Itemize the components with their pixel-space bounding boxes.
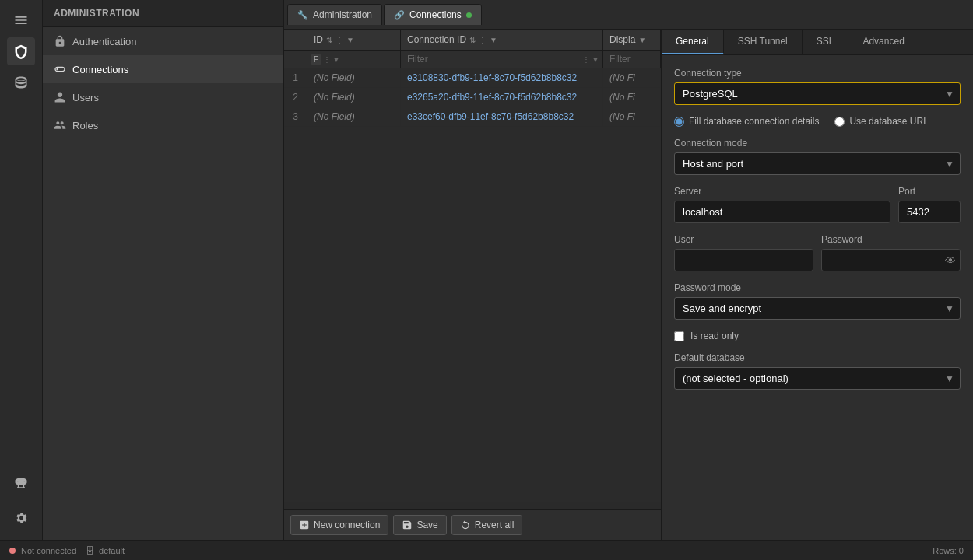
td-rownum-1: 1 [284, 68, 307, 87]
user-input[interactable] [674, 249, 813, 271]
sidebar-item-connections-label: Connections [72, 64, 128, 75]
panel-content: Connection type PostgreSQL MySQL SQLite … [662, 55, 973, 402]
revert-icon [460, 520, 471, 530]
table-row[interactable]: 2 (No Field) e3265a20-dfb9-11ef-8c70-f5d… [284, 88, 661, 107]
panel-tab-ssh[interactable]: SSH Tunnel [724, 30, 803, 54]
form-group-password-mode: Password mode Save and encrypt Ask every… [674, 282, 961, 320]
revert-all-button[interactable]: Revert all [451, 515, 523, 535]
new-connection-button[interactable]: New connection [290, 515, 388, 535]
port-input[interactable] [898, 201, 961, 223]
td-connid-1: e3108830-dfb9-11ef-8c70-f5d62b8b8c32 [401, 68, 603, 87]
password-mode-wrapper: Save and encrypt Ask every time Do not s… [674, 297, 961, 320]
password-input[interactable] [821, 249, 961, 271]
td-id-2: (No Field) [307, 88, 401, 107]
filter-icon-conn2[interactable]: ⋮ [582, 55, 590, 64]
radio-group-fill: Fill database connection details Use dat… [674, 116, 961, 127]
table-scrollbar[interactable] [284, 502, 661, 509]
database-monitor-icon[interactable] [7, 470, 35, 498]
tab-administration-label: Administration [313, 9, 372, 20]
filter-icon-id2[interactable]: ⋮ [323, 55, 331, 64]
connection-mode-label: Connection mode [674, 138, 961, 149]
radio-url-label: Use database URL [849, 116, 928, 127]
th-display: Displa ▼ [603, 30, 661, 50]
td-rownum-2: 2 [284, 88, 307, 107]
shield-icon[interactable] [7, 37, 35, 65]
sidebar-item-authentication[interactable]: Authentication [43, 27, 283, 55]
nav-sidebar-header: ADMINISTRATION [43, 0, 283, 27]
connections-tab-icon: 🔗 [394, 10, 405, 20]
menu-icon[interactable] [7, 6, 35, 34]
form-group-user: User [674, 234, 813, 271]
filter-toggle-id[interactable]: ▼ [346, 36, 354, 44]
save-button[interactable]: Save [393, 515, 446, 535]
password-mode-select[interactable]: Save and encrypt Ask every time Do not s… [674, 297, 961, 320]
app-container: ADMINISTRATION Authentication Connection… [0, 0, 973, 540]
connection-type-select[interactable]: PostgreSQL MySQL SQLite Oracle MSSQL [674, 82, 961, 105]
filter-icon-conn[interactable]: ⋮ [479, 36, 486, 44]
filter-toggle-display[interactable]: ▼ [638, 36, 646, 44]
toggle-password-button[interactable]: 👁 [945, 254, 956, 267]
td-id-1: (No Field) [307, 68, 401, 87]
filter-cell-rownum [284, 51, 307, 68]
th-connection-id: Connection ID ⇅ ⋮ ▼ [401, 30, 603, 50]
readonly-checkbox[interactable] [674, 331, 684, 341]
not-connected-label: Not connected [21, 546, 76, 555]
checkbox-group-readonly: Is read only [674, 331, 961, 341]
connection-mode-select[interactable]: Host and port Socket [674, 152, 961, 175]
status-dot [9, 548, 16, 554]
panel-tabs: General SSH Tunnel SSL Advanced [662, 30, 973, 55]
server-input[interactable] [674, 201, 890, 223]
td-rownum-3: 3 [284, 107, 307, 126]
th-id-label: ID [314, 34, 323, 45]
td-display-3: (No Fi [603, 107, 661, 126]
server-label: Server [674, 186, 890, 197]
filter-cell-conn: ⋮ ▼ [401, 51, 603, 68]
default-database-wrapper: (not selected - optional) ▼ [674, 367, 961, 390]
filter-btn-id[interactable]: F [311, 54, 321, 65]
sidebar-item-roles[interactable]: Roles [43, 111, 283, 139]
readonly-label[interactable]: Is read only [690, 331, 739, 341]
revert-all-label: Revert all [475, 520, 515, 530]
content-split: ID ⇅ ⋮ ▼ Connection ID ⇅ ⋮ ▼ Displa ▼ [284, 30, 973, 540]
sort-icon-conn[interactable]: ⇅ [469, 36, 476, 44]
save-label: Save [416, 520, 437, 530]
new-connection-label: New connection [314, 520, 380, 530]
filter-toggle-conn2[interactable]: ▼ [592, 55, 599, 64]
tab-connections[interactable]: 🔗 Connections [384, 4, 482, 25]
panel-tab-general[interactable]: General [662, 30, 724, 54]
password-wrapper: 👁 [821, 249, 961, 271]
radio-fill-label: Fill database connection details [689, 116, 819, 127]
table-row[interactable]: 1 (No Field) e3108830-dfb9-11ef-8c70-f5d… [284, 68, 661, 88]
icon-sidebar-top [7, 6, 35, 467]
filter-toggle-id2[interactable]: ▼ [332, 55, 340, 64]
panel-tab-ssl[interactable]: SSL [803, 30, 849, 54]
table-row[interactable]: 3 (No Field) e33cef60-dfb9-11ef-8c70-f5d… [284, 107, 661, 127]
sidebar-item-roles-label: Roles [72, 120, 98, 131]
database-icon[interactable] [7, 68, 35, 96]
sidebar-item-connections[interactable]: Connections [43, 55, 283, 83]
form-group-default-db: Default database (not selected - optiona… [674, 352, 961, 390]
filter-toggle-conn[interactable]: ▼ [490, 36, 497, 44]
rows-count: Rows: 0 [933, 546, 964, 555]
radio-fill-input[interactable] [674, 117, 684, 127]
connection-type-label: Connection type [674, 68, 961, 79]
table-area: ID ⇅ ⋮ ▼ Connection ID ⇅ ⋮ ▼ Displa ▼ [284, 30, 662, 540]
radio-url-input[interactable] [834, 117, 845, 127]
sidebar-item-users[interactable]: Users [43, 83, 283, 111]
tab-bar: 🔧 Administration 🔗 Connections [284, 0, 973, 30]
filter-icon-id[interactable]: ⋮ [335, 36, 343, 44]
radio-use-url[interactable]: Use database URL [834, 116, 928, 127]
radio-fill-details[interactable]: Fill database connection details [674, 116, 819, 127]
filter-input-conn[interactable] [404, 53, 581, 65]
filter-input-display[interactable] [606, 53, 657, 65]
status-left: Not connected 🗄 default [9, 546, 125, 555]
th-rownum [284, 30, 307, 50]
tab-administration[interactable]: 🔧 Administration [287, 4, 382, 25]
port-label: Port [898, 186, 961, 197]
default-database-select[interactable]: (not selected - optional) [674, 367, 961, 390]
settings-icon[interactable] [7, 504, 35, 532]
sort-icon-id[interactable]: ⇅ [326, 36, 332, 44]
panel-tab-advanced[interactable]: Advanced [848, 30, 919, 54]
icon-sidebar-bottom [7, 470, 35, 540]
default-database-label: Default database [674, 352, 961, 363]
